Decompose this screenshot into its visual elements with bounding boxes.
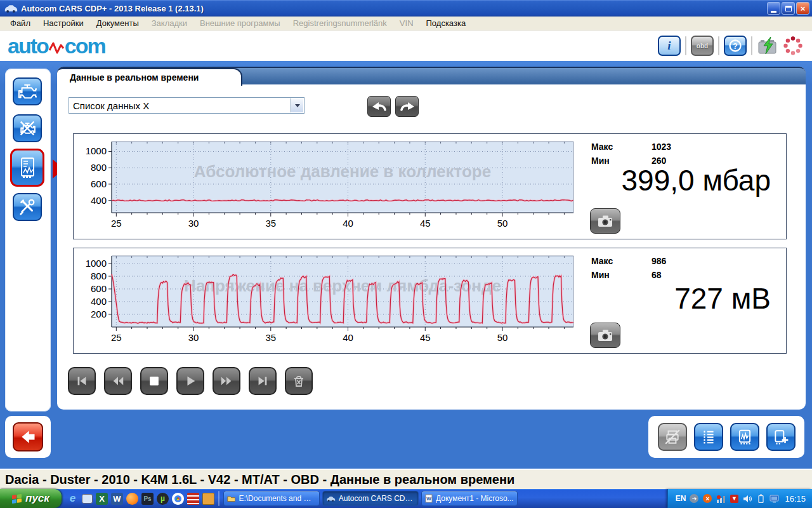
show-desktop-icon[interactable] <box>82 494 93 504</box>
y-tick-label: 1000 <box>86 145 107 156</box>
skip-end-button[interactable] <box>249 367 277 395</box>
header-divider <box>685 36 686 55</box>
x-tick-label: 35 <box>265 332 276 343</box>
x-tick-label: 40 <box>343 332 353 343</box>
minimize-button[interactable] <box>767 2 780 15</box>
system-tray: EN ➔ × ▼ 16:15 <box>667 489 812 508</box>
vehicle-context-text: Dacia - Duster - 2010 - K4M 1.6L - V42 -… <box>5 472 514 487</box>
y-tick-label: 400 <box>91 195 107 206</box>
graph-view-button[interactable] <box>730 423 759 451</box>
task-word-document[interactable]: W Документ1 - Microso... <box>421 491 518 506</box>
tray-download-icon[interactable]: ▼ <box>729 493 739 504</box>
tools-icon <box>18 197 37 217</box>
min-value: 68 <box>652 270 662 280</box>
tray-alert-icon[interactable]: × <box>702 493 712 504</box>
quick-launch-bar: e X W Ps µ <box>67 493 214 505</box>
task-explorer[interactable]: E:\Documents and Se... <box>223 491 320 506</box>
firefox-icon[interactable] <box>126 493 138 505</box>
menu-item-help[interactable]: Подсказка <box>420 17 473 29</box>
header-divider <box>751 36 752 55</box>
word-doc-icon: W <box>425 494 433 503</box>
x-tick-label: 40 <box>343 218 353 229</box>
chart-info: Макс 1023 Мин 260 399,0 мбар <box>581 134 786 239</box>
snapshot-camera-button[interactable] <box>590 208 620 234</box>
close-button[interactable]: × <box>796 2 809 15</box>
sidebar-button-tools[interactable] <box>13 193 42 221</box>
photoshop-icon[interactable]: Ps <box>141 493 154 505</box>
sidebar-button-live-data[interactable] <box>10 149 44 187</box>
language-indicator[interactable]: EN <box>676 494 686 503</box>
skip-start-button[interactable] <box>68 367 96 395</box>
data-list-dropdown[interactable]: Список данных X <box>69 97 304 114</box>
stop-button[interactable] <box>140 367 168 395</box>
y-tick-label: 600 <box>91 283 107 294</box>
back-panel <box>5 416 51 458</box>
dropdown-arrow-icon[interactable] <box>291 98 303 112</box>
tray-display-icon[interactable] <box>769 493 779 504</box>
engine-crossed-icon <box>18 119 37 138</box>
utorrent-icon[interactable]: µ <box>157 493 169 505</box>
folder-icon <box>227 495 235 502</box>
list-view-button[interactable] <box>694 423 723 451</box>
chrome-icon[interactable] <box>172 493 184 505</box>
minimize-icon <box>771 11 776 13</box>
tab-live-data[interactable]: Данные в реальном времени <box>57 68 242 86</box>
task-label: Autocom CARS CDP+... <box>339 494 415 503</box>
help-button[interactable]: ? <box>724 36 747 56</box>
x-tick-label: 45 <box>420 218 431 229</box>
sidebar-button-engine-crossed[interactable] <box>13 114 42 142</box>
obd-button: obd <box>691 36 714 56</box>
tray-volume-icon[interactable] <box>742 493 752 504</box>
max-value: 1023 <box>652 142 671 152</box>
maximize-icon <box>785 6 792 11</box>
fast-forward-button[interactable] <box>213 367 240 395</box>
logo-text-right: com <box>65 35 105 57</box>
rewind-button[interactable] <box>104 367 132 395</box>
folder-app-icon[interactable] <box>202 493 214 505</box>
header-divider <box>718 36 719 55</box>
tray-network-icon[interactable] <box>716 493 726 504</box>
clock[interactable]: 16:15 <box>785 494 806 504</box>
menu-item-bookmarks[interactable]: Закладки <box>145 17 193 29</box>
x-tick-label: 35 <box>265 218 276 229</box>
internet-explorer-icon[interactable]: e <box>67 493 79 505</box>
info-icon: i <box>667 39 671 53</box>
task-autocom[interactable]: Autocom CARS CDP+... <box>322 491 419 506</box>
delete-recording-button[interactable] <box>285 367 313 395</box>
task-label: E:\Documents and Se... <box>239 494 316 503</box>
menu-item-vin[interactable]: VIN <box>393 17 420 29</box>
play-icon <box>183 374 197 388</box>
back-arrow-icon <box>19 428 37 446</box>
word-icon[interactable]: W <box>111 493 123 505</box>
history-back-button[interactable] <box>367 96 391 117</box>
logo-pulse-icon <box>49 41 64 55</box>
snapshot-camera-button[interactable] <box>590 323 620 348</box>
menu-item-external-programs[interactable]: Внешние программы <box>193 17 287 29</box>
menu-item-file[interactable]: Файл <box>4 17 37 29</box>
menu-item-regnumber-link[interactable]: Registreringsnummerlänk <box>287 17 393 29</box>
y-tick-label: 800 <box>91 162 107 173</box>
printer-disabled-icon <box>664 429 681 445</box>
info-button[interactable]: i <box>658 36 681 56</box>
menu-item-documents[interactable]: Документы <box>90 17 145 29</box>
taskbar-separator <box>218 491 219 506</box>
x-tick-label: 30 <box>188 218 199 229</box>
app-window: Autocom CARS CDP+ - 2013 Release 1 (2.13… <box>0 0 812 508</box>
current-value-display: 399,0 мбар <box>622 163 771 197</box>
device-plus-button[interactable] <box>766 423 796 451</box>
back-button[interactable] <box>13 422 43 451</box>
sidebar-button-engine-diagnostics[interactable] <box>13 77 42 105</box>
tray-utorrent-icon[interactable]: ➔ <box>689 493 699 504</box>
toolbar-row: Список данных X <box>57 93 806 119</box>
start-button[interactable]: пуск <box>0 489 62 508</box>
chart-watermark: Абсолютное давление в коллекторе <box>194 162 491 181</box>
excel-icon[interactable]: X <box>96 493 108 505</box>
red-app-icon[interactable] <box>187 493 199 505</box>
menu-item-settings[interactable]: Настройки <box>37 17 90 29</box>
play-button[interactable] <box>176 367 204 395</box>
task-buttons: E:\Documents and Se... Autocom CARS CDP+… <box>223 491 518 506</box>
tray-battery-icon[interactable] <box>756 493 766 504</box>
maximize-button[interactable] <box>782 2 795 15</box>
taskbar: пуск e X W Ps µ E:\Documents and Se... <box>0 489 812 508</box>
history-forward-button[interactable] <box>395 96 419 117</box>
